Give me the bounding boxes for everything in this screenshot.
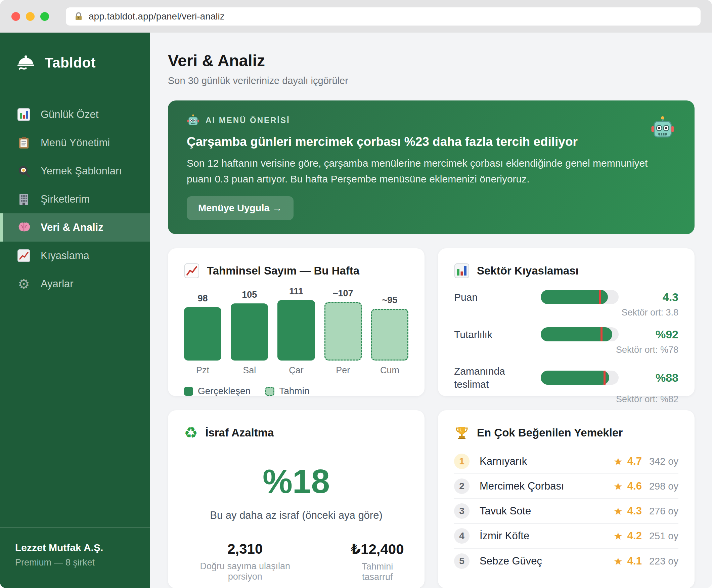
benchmark-row-tutarlilik: Tutarlılık %92 — [454, 327, 678, 341]
stat-label: Doğru sayıma ulaşılan porsiyon — [184, 561, 306, 582]
bar-forecast — [324, 302, 362, 360]
progress-fill — [541, 371, 609, 385]
legend-forecast: Tahmin — [265, 386, 309, 397]
dish-name: Mercimek Çorbası — [480, 480, 564, 492]
gear-icon: ⚙ — [17, 276, 31, 291]
app-logo: Tabldot — [0, 33, 150, 80]
rank-badge: 1 — [454, 454, 470, 469]
sidebar-item-label: Menü Yönetimi — [41, 137, 110, 149]
benchmark-rows: Puan 4.3 Sektör ort: 3.8 Tutarlılık — [454, 290, 678, 404]
sidebar-item-label: Yemek Şablonları — [41, 165, 122, 177]
page-subtitle: Son 30 günlük verilerinize dayalı içgörü… — [168, 75, 694, 86]
dish-row: 3 Tavuk Sote ★ 4.3 276 oy — [454, 499, 678, 524]
legend-actual: Gerçekleşen — [184, 386, 251, 397]
bar-group-cum: ~95 Cum — [371, 285, 408, 376]
sidebar-item-sirketlerim[interactable]: Şirketlerim — [0, 185, 150, 213]
dish-row: 4 İzmir Köfte ★ 4.2 251 oy — [454, 524, 678, 549]
sector-average-label: Sektör ort: %82 — [454, 394, 678, 404]
minimize-window-button[interactable] — [26, 12, 35, 21]
account-summary: Lezzet Mutfak A.Ş. Premium — 8 şirket — [0, 527, 150, 588]
rank-badge: 4 — [454, 528, 470, 544]
bar-group-car: 111 Çar — [277, 285, 315, 376]
sidebar-item-gunluk-ozet[interactable]: Günlük Özet — [0, 101, 150, 129]
sector-average-marker — [604, 371, 606, 385]
sidebar-item-label: Günlük Özet — [41, 108, 99, 121]
bar-chart-icon — [17, 107, 31, 122]
building-icon — [17, 192, 31, 207]
address-bar[interactable] — [66, 7, 700, 25]
dish-votes: 223 oy — [649, 556, 678, 567]
banner-body: Son 12 haftanın verisine göre, çarşamba … — [187, 155, 667, 187]
sidebar-item-yemek-sablonlari[interactable]: Yemek Şablonları — [0, 157, 150, 185]
bar-value-label: 111 — [277, 286, 315, 297]
star-icon: ★ — [613, 481, 623, 492]
dish-name: Tavuk Sote — [480, 505, 531, 517]
chart-up-icon — [17, 248, 31, 263]
dish-row: 5 Sebze Güveç ★ 4.1 223 oy — [454, 549, 678, 573]
metric-value: %88 — [628, 371, 678, 384]
chart-legend: Gerçekleşen Tahmin — [184, 386, 408, 397]
benchmark-card: Sektör Kıyaslaması Puan 4.3 Sektör ort: … — [438, 248, 694, 396]
dish-name: İzmir Köfte — [480, 530, 529, 542]
ai-suggestion-banner: AI MENÜ ÖNERİSİ Çarşamba günleri mercime… — [168, 101, 694, 234]
bar-day-label: Cum — [371, 365, 408, 376]
bar-actual — [184, 307, 221, 360]
sidebar-item-veri-analiz[interactable]: Veri & Analiz — [0, 213, 150, 241]
dish-votes: 342 oy — [649, 456, 678, 467]
main-content: Veri & Analiz Son 30 günlük verilerinize… — [150, 33, 712, 588]
stat-value: ₺12,400 — [346, 541, 408, 558]
bar-value-label: ~107 — [324, 288, 362, 299]
dish-votes: 298 oy — [649, 481, 678, 492]
dish-rating: 4.3 — [627, 505, 642, 517]
sidebar-item-label: Şirketlerim — [41, 193, 90, 205]
lock-icon — [74, 12, 83, 21]
benchmark-card-title: Sektör Kıyaslaması — [477, 265, 579, 277]
sidebar-item-ayarlar[interactable]: ⚙ Ayarlar — [0, 270, 150, 298]
bar-value-label: 105 — [231, 290, 268, 300]
sidebar-item-kiyaslama[interactable]: Kıyaslama — [0, 241, 150, 270]
waste-caption: Bu ay daha az israf (önceki aya göre) — [184, 509, 408, 522]
sidebar-item-menu-yonetimi[interactable]: Menü Yönetimi — [0, 129, 150, 157]
stat-savings: ₺12,400 Tahmini tasarruf — [346, 541, 408, 582]
star-icon: ★ — [613, 505, 623, 517]
dish-votes: 276 oy — [649, 506, 678, 517]
close-window-button[interactable] — [12, 12, 20, 21]
maximize-window-button[interactable] — [40, 12, 49, 21]
stat-label: Tahmini tasarruf — [346, 562, 408, 582]
sector-average-label: Sektör ort: 3.8 — [454, 308, 678, 318]
sidebar-nav: Günlük Özet Menü Yönetimi Yemek Şablonla… — [0, 101, 150, 298]
chart-line-icon — [184, 263, 199, 278]
dish-votes: 251 oy — [649, 530, 678, 542]
stat-value: 2,310 — [184, 541, 306, 557]
star-icon: ★ — [613, 530, 623, 542]
progress-track — [541, 290, 619, 304]
stat-portions: 2,310 Doğru sayıma ulaşılan porsiyon — [184, 541, 306, 582]
sector-average-label: Sektör ort: %78 — [454, 345, 678, 355]
dish-list: 1 Karnıyarık ★ 4.7 342 oy 2 Mercimek Çor… — [454, 449, 678, 573]
forecast-bar-chart: 98 Pzt 105 Sal — [184, 285, 408, 376]
metric-label: Puan — [454, 291, 531, 304]
forecast-card-title: Tahminsel Sayım — Bu Hafta — [207, 265, 359, 277]
page-title: Veri & Analiz — [168, 51, 694, 70]
dish-row: 2 Mercimek Çorbası ★ 4.6 298 oy — [454, 474, 678, 499]
window-controls — [12, 12, 49, 21]
metric-value: %92 — [628, 328, 678, 341]
benchmark-row-puan: Puan 4.3 — [454, 290, 678, 304]
bar-value-label: ~95 — [371, 295, 408, 306]
metric-label: Tutarlılık — [454, 328, 531, 341]
forecast-card: Tahminsel Sayım — Bu Hafta 98 Pzt — [168, 248, 425, 396]
dish-rating: 4.1 — [627, 555, 642, 567]
url-input[interactable] — [89, 11, 692, 22]
banner-eyebrow: AI MENÜ ÖNERİSİ — [206, 115, 290, 125]
cloche-logo-icon — [15, 52, 37, 74]
bar-value-label: 98 — [184, 293, 221, 304]
dish-rating: 4.7 — [627, 455, 642, 467]
sector-average-marker — [599, 290, 601, 304]
sidebar-item-label: Kıyaslama — [41, 250, 89, 262]
bar-day-label: Sal — [231, 365, 268, 376]
banner-title: Çarşamba günleri mercimek çorbası %23 da… — [187, 135, 676, 149]
legend-actual-swatch — [184, 387, 193, 396]
apply-to-menu-button[interactable]: Menüye Uygula → — [187, 196, 294, 220]
metric-label: Zamanında teslimat — [454, 364, 531, 391]
dish-row: 1 Karnıyarık ★ 4.7 342 oy — [454, 449, 678, 474]
